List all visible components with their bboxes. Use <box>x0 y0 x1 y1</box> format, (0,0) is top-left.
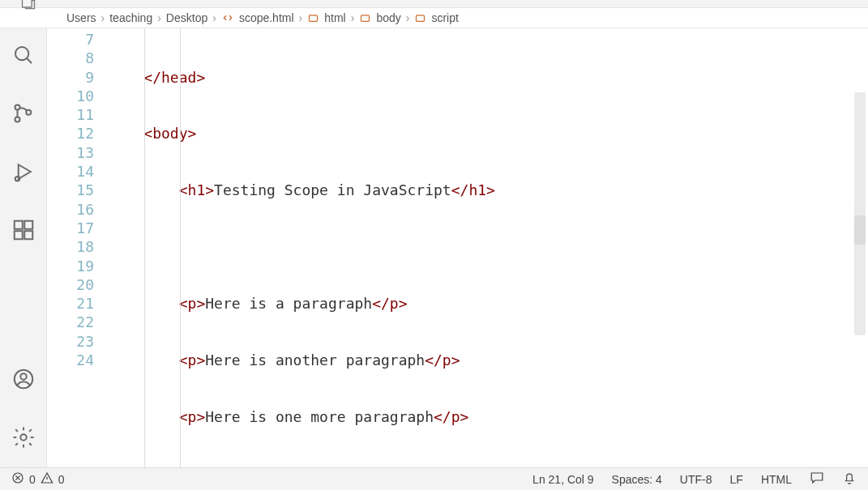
account-icon[interactable] <box>11 367 36 394</box>
title-bar <box>0 0 868 8</box>
svg-rect-0 <box>23 0 32 7</box>
extensions-icon[interactable] <box>11 218 36 245</box>
breadcrumb-seg[interactable]: script <box>431 11 458 24</box>
chevron-right-icon: › <box>351 11 355 24</box>
error-icon[interactable] <box>11 471 24 487</box>
svg-point-8 <box>15 177 19 181</box>
scrollbar[interactable] <box>854 92 866 335</box>
symbol-icon <box>359 12 371 24</box>
chevron-right-icon: › <box>212 11 216 24</box>
chevron-right-icon: › <box>406 11 410 24</box>
breadcrumb-seg[interactable]: Users <box>66 11 96 24</box>
activity-bar <box>0 28 47 467</box>
chevron-right-icon: › <box>299 11 303 24</box>
run-debug-icon[interactable] <box>11 160 36 187</box>
svg-point-15 <box>20 434 27 441</box>
chevron-right-icon: › <box>101 11 105 24</box>
settings-gear-icon[interactable] <box>11 425 36 453</box>
warning-count[interactable]: 0 <box>58 473 65 486</box>
svg-rect-1 <box>310 15 318 21</box>
svg-rect-12 <box>24 221 32 229</box>
warning-icon[interactable] <box>41 471 53 487</box>
breadcrumb-seg[interactable]: scope.html <box>239 11 294 24</box>
breadcrumb[interactable]: Users › teaching › Desktop › scope.html … <box>0 8 868 28</box>
svg-point-14 <box>20 373 27 380</box>
chevron-right-icon: › <box>157 11 161 24</box>
breadcrumb-seg[interactable]: body <box>376 11 400 24</box>
symbol-icon <box>307 12 319 24</box>
code-file-icon <box>221 11 234 24</box>
error-count[interactable]: 0 <box>29 473 36 486</box>
code-content[interactable]: </head> <body> <h1>Testing Scope in Java… <box>109 28 868 467</box>
explorer-header-icon <box>20 0 36 11</box>
svg-point-5 <box>15 105 19 110</box>
svg-point-6 <box>15 117 19 122</box>
svg-point-4 <box>15 47 28 60</box>
line-number-gutter: 789 101112 131415 161718 192021 222324 <box>47 28 109 467</box>
svg-rect-10 <box>14 231 22 239</box>
breadcrumb-seg[interactable]: html <box>324 11 345 24</box>
svg-rect-11 <box>24 231 32 239</box>
svg-rect-9 <box>14 221 22 229</box>
breadcrumb-seg[interactable]: teaching <box>109 11 152 24</box>
svg-rect-3 <box>417 15 425 21</box>
code-editor[interactable]: 789 101112 131415 161718 192021 222324 <… <box>47 28 868 467</box>
source-control-icon[interactable] <box>11 101 36 129</box>
svg-rect-2 <box>361 15 370 21</box>
symbol-icon <box>414 12 426 24</box>
breadcrumb-seg[interactable]: Desktop <box>166 11 207 24</box>
search-icon[interactable] <box>11 43 36 70</box>
